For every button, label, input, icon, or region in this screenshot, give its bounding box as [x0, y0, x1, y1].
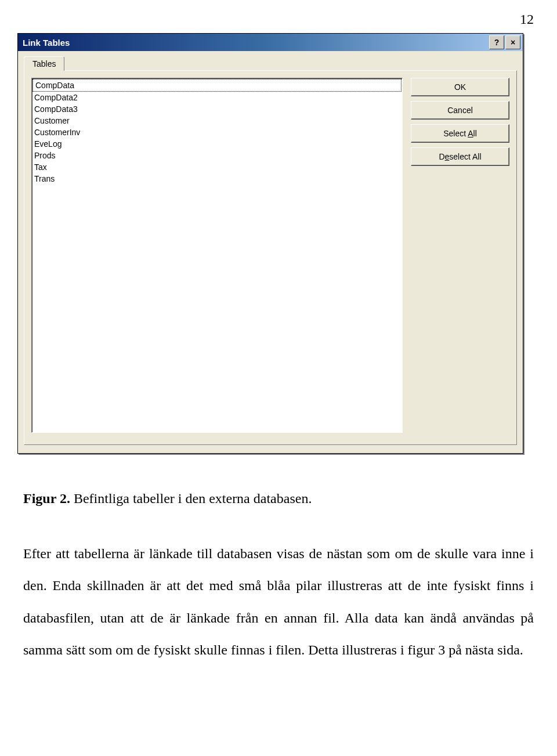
list-item[interactable]: Tax: [32, 161, 402, 173]
dialog-body: Tables CompData CompData2 CompData3 Cust…: [18, 51, 523, 453]
dialog-title: Link Tables: [23, 38, 70, 48]
tables-listbox[interactable]: CompData CompData2 CompData3 Customer Cu…: [31, 78, 403, 433]
help-button[interactable]: ?: [489, 35, 504, 49]
list-item[interactable]: CompData: [32, 79, 402, 92]
deselect-all-button[interactable]: Deselect All: [411, 147, 509, 166]
body-paragraph: Efter att tabellerna är länkade till dat…: [23, 538, 534, 666]
list-item[interactable]: Trans: [32, 173, 402, 185]
dialog-screenshot: Link Tables ? × Tables CompData CompData…: [0, 33, 557, 454]
select-all-label: Select All: [443, 129, 477, 138]
list-item[interactable]: CustomerInv: [32, 126, 402, 138]
list-item[interactable]: Customer: [32, 115, 402, 126]
deselect-all-label: Deselect All: [439, 152, 481, 161]
link-tables-dialog: Link Tables ? × Tables CompData CompData…: [17, 33, 523, 454]
document-text: Figur 2. Befintliga tabeller i den exter…: [0, 454, 557, 666]
tab-tables[interactable]: Tables: [24, 56, 64, 71]
select-all-button[interactable]: Select All: [411, 124, 509, 143]
tab-strip: Tables: [24, 56, 517, 70]
dialog-button-column: OK Cancel Select All Deselect All: [411, 78, 509, 437]
list-item[interactable]: CompData3: [32, 103, 402, 115]
figure-label: Figur 2.: [23, 491, 70, 506]
cancel-button[interactable]: Cancel: [411, 101, 509, 120]
figure-caption-text: Befintliga tabeller i den externa databa…: [70, 491, 312, 506]
titlebar-buttons: ? ×: [489, 35, 520, 49]
ok-button[interactable]: OK: [411, 78, 509, 96]
list-item[interactable]: Prods: [32, 150, 402, 161]
list-item[interactable]: EveLog: [32, 138, 402, 150]
tab-panel: CompData CompData2 CompData3 Customer Cu…: [24, 70, 517, 445]
close-button[interactable]: ×: [505, 35, 520, 49]
figure-caption: Figur 2. Befintliga tabeller i den exter…: [23, 483, 534, 515]
page-number: 12: [0, 0, 557, 33]
list-item[interactable]: CompData2: [32, 92, 402, 103]
titlebar: Link Tables ? ×: [18, 34, 523, 51]
